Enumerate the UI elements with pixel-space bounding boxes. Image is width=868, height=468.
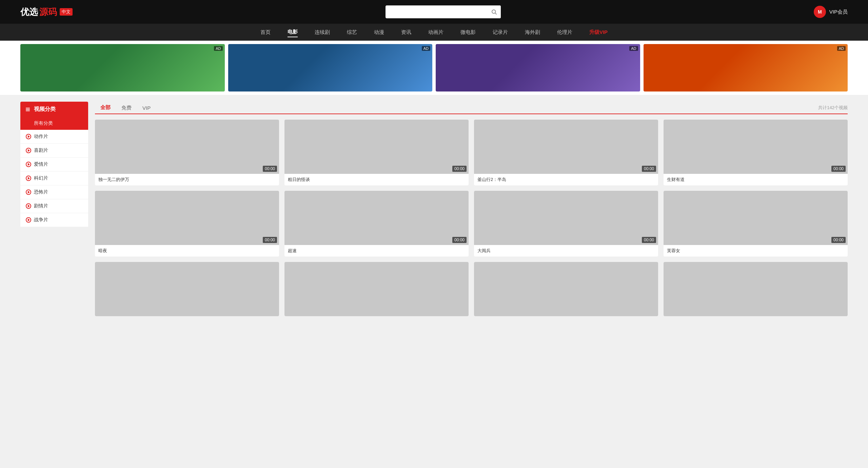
nav-item-news[interactable]: 资讯 [401, 28, 411, 37]
video-card-10[interactable] [474, 262, 658, 316]
video-thumb-5: 00:00 [284, 191, 469, 245]
sidebar-item-comedy[interactable]: 喜剧片 [20, 144, 88, 158]
video-thumb-0: 00:00 [95, 120, 279, 174]
video-card-9[interactable] [284, 262, 469, 316]
sidebar-item-action[interactable]: 动作片 [20, 130, 88, 144]
ad-badge-1: AD [214, 46, 222, 51]
video-duration-2: 00:00 [642, 166, 656, 172]
nav-item-upgrade[interactable]: 升级VIP [589, 28, 608, 37]
nav-item-variety[interactable]: 综艺 [347, 28, 357, 37]
nav-item-anime[interactable]: 动漫 [374, 28, 384, 37]
sidebar-all-categories[interactable]: 所有分类 [20, 117, 88, 130]
video-thumb-7: 00:00 [664, 191, 848, 245]
sidebar-item-label-horror: 恐怖片 [34, 189, 48, 195]
svg-line-1 [495, 13, 496, 14]
sidebar-header: 视频分类 [20, 102, 88, 117]
video-card-3[interactable]: 00:00 生财有道 [664, 120, 848, 185]
main-content: 视频分类 所有分类 动作片 喜剧片 爱情片 科幻片 恐怖片 剧情片 [0, 95, 868, 323]
search-icon [491, 9, 497, 15]
play-icon-romance [26, 162, 31, 167]
svg-point-0 [492, 10, 496, 14]
nav-item-short-film[interactable]: 微电影 [460, 28, 476, 37]
video-thumb-10 [474, 262, 658, 316]
video-card-4[interactable]: 00:00 暗夜 [95, 191, 279, 257]
video-duration-4: 00:00 [263, 237, 277, 243]
video-title-2: 釜山行2：半岛 [474, 174, 658, 185]
video-title-4: 暗夜 [95, 245, 279, 257]
video-duration-5: 00:00 [452, 237, 467, 243]
video-card-2[interactable]: 00:00 釜山行2：半岛 [474, 120, 658, 185]
video-content: 全部 免费 VIP 共计142个视频 00:00 独一无二的伊万 00:00 粗… [95, 102, 848, 316]
total-count: 共计142个视频 [818, 105, 848, 111]
video-thumb-9 [284, 262, 469, 316]
video-thumb-11 [664, 262, 848, 316]
video-card-6[interactable]: 00:00 大阅兵 [474, 191, 658, 257]
vip-label: VIP会员 [829, 9, 848, 15]
video-title-0: 独一无二的伊万 [95, 174, 279, 185]
video-thumb-6: 00:00 [474, 191, 658, 245]
search-input[interactable] [386, 9, 487, 15]
video-title-1: 粗日的怪谈 [284, 174, 469, 185]
nav-item-overseas[interactable]: 海外剧 [525, 28, 540, 37]
ad-badge-2: AD [422, 46, 430, 51]
tab-vip[interactable]: VIP [137, 102, 156, 114]
navigation: 首页 电影 连续剧 综艺 动漫 资讯 动画片 微电影 记录片 海外剧 伦理片 升… [0, 24, 868, 41]
play-icon-action [26, 134, 31, 139]
sidebar: 视频分类 所有分类 动作片 喜剧片 爱情片 科幻片 恐怖片 剧情片 [20, 102, 88, 316]
video-card-7[interactable]: 00:00 芙蓉女 [664, 191, 848, 257]
video-card-1[interactable]: 00:00 粗日的怪谈 [284, 120, 469, 185]
content-tabs: 全部 免费 VIP 共计142个视频 [95, 102, 848, 114]
video-duration-6: 00:00 [642, 237, 656, 243]
logo-text-red: 源码 [39, 6, 57, 18]
sidebar-item-horror[interactable]: 恐怖片 [20, 185, 88, 199]
video-card-0[interactable]: 00:00 独一无二的伊万 [95, 120, 279, 185]
search-button[interactable] [487, 5, 501, 18]
video-card-8[interactable] [95, 262, 279, 316]
tab-all[interactable]: 全部 [95, 102, 116, 114]
list-icon [26, 108, 30, 111]
banner-ad-3[interactable]: AD [436, 44, 640, 91]
video-title-5: 超速 [284, 245, 469, 257]
avatar: M [814, 6, 826, 18]
logo: 优选 源码 中文 [20, 6, 73, 18]
video-thumb-8 [95, 262, 279, 316]
sidebar-item-war[interactable]: 战争片 [20, 213, 88, 227]
video-card-5[interactable]: 00:00 超速 [284, 191, 469, 257]
sidebar-item-label-scifi: 科幻片 [34, 175, 48, 181]
banner-ad-1[interactable]: AD [20, 44, 225, 91]
sidebar-item-romance[interactable]: 爱情片 [20, 158, 88, 171]
sidebar-item-drama[interactable]: 剧情片 [20, 199, 88, 213]
ad-badge-4: AD [837, 46, 846, 51]
nav-item-series[interactable]: 连续剧 [315, 28, 330, 37]
logo-badge: 中文 [60, 8, 73, 16]
nav-item-documentary[interactable]: 记录片 [493, 28, 508, 37]
video-title-3: 生财有道 [664, 174, 848, 185]
play-icon-all [26, 121, 31, 126]
user-area[interactable]: M VIP会员 [814, 6, 848, 18]
video-duration-1: 00:00 [452, 166, 467, 172]
video-grid: 00:00 独一无二的伊万 00:00 粗日的怪谈 00:00 釜山行2：半岛 … [95, 120, 848, 316]
video-thumb-3: 00:00 [664, 120, 848, 174]
play-icon-war [26, 217, 31, 223]
play-icon-scifi [26, 176, 31, 181]
tab-free[interactable]: 免费 [116, 102, 137, 114]
banner-ad-4[interactable]: AD [644, 44, 848, 91]
nav-item-adult[interactable]: 伦理片 [557, 28, 572, 37]
nav-item-home[interactable]: 首页 [260, 28, 271, 37]
nav-item-cartoon[interactable]: 动画片 [428, 28, 443, 37]
search-bar [386, 5, 501, 18]
sidebar-item-label-romance: 爱情片 [34, 161, 48, 167]
banner-ad-2[interactable]: AD [228, 44, 433, 91]
play-icon-drama [26, 203, 31, 209]
sidebar-item-label-action: 动作片 [34, 134, 48, 140]
video-thumb-1: 00:00 [284, 120, 469, 174]
play-icon-horror [26, 189, 31, 195]
video-title-6: 大阅兵 [474, 245, 658, 257]
nav-item-movie[interactable]: 电影 [288, 27, 298, 37]
video-duration-0: 00:00 [263, 166, 277, 172]
sidebar-item-scifi[interactable]: 科幻片 [20, 171, 88, 185]
video-card-11[interactable] [664, 262, 848, 316]
play-icon-comedy [26, 148, 31, 153]
video-thumb-4: 00:00 [95, 191, 279, 245]
sidebar-all-label: 所有分类 [34, 120, 53, 126]
